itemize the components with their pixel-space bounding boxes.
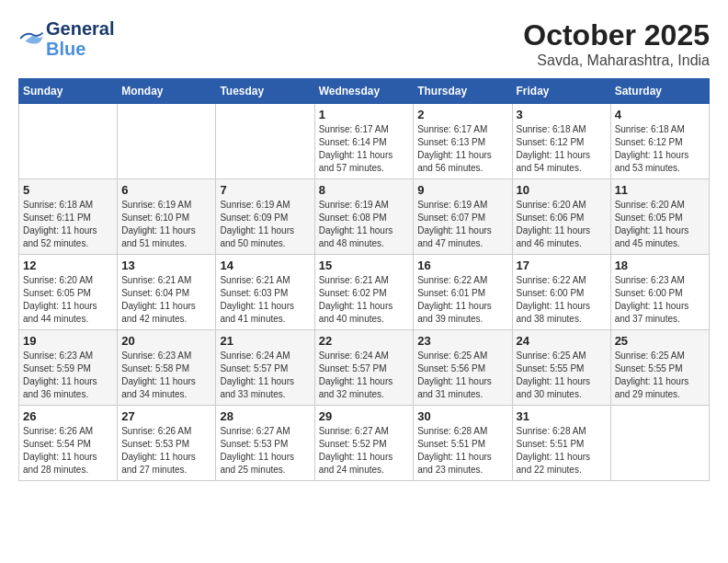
day-info: Sunrise: 6:28 AM Sunset: 5:51 PM Dayligh… <box>517 425 607 477</box>
calendar-cell: 24Sunrise: 6:25 AM Sunset: 5:55 PM Dayli… <box>512 330 610 406</box>
day-info: Sunrise: 6:28 AM Sunset: 5:51 PM Dayligh… <box>417 425 507 477</box>
day-number: 18 <box>615 259 705 272</box>
calendar-cell <box>216 104 314 179</box>
day-number: 3 <box>517 108 607 121</box>
calendar-cell: 21Sunrise: 6:24 AM Sunset: 5:57 PM Dayli… <box>216 330 314 406</box>
day-info: Sunrise: 6:23 AM Sunset: 5:58 PM Dayligh… <box>121 350 211 401</box>
day-number: 4 <box>615 108 705 121</box>
day-info: Sunrise: 6:25 AM Sunset: 5:55 PM Dayligh… <box>517 350 607 401</box>
day-number: 12 <box>23 259 113 272</box>
day-info: Sunrise: 6:19 AM Sunset: 6:07 PM Dayligh… <box>417 199 507 250</box>
day-number: 6 <box>121 183 211 197</box>
day-number: 10 <box>517 183 607 197</box>
day-number: 28 <box>220 409 310 423</box>
day-info: Sunrise: 6:27 AM Sunset: 5:53 PM Dayligh… <box>220 425 310 477</box>
weekday-header: Saturday <box>610 79 709 104</box>
calendar-cell: 19Sunrise: 6:23 AM Sunset: 5:59 PM Dayli… <box>19 330 118 406</box>
day-number: 21 <box>220 334 310 348</box>
logo-icon <box>18 30 46 47</box>
day-number: 8 <box>319 183 410 197</box>
calendar-cell: 15Sunrise: 6:21 AM Sunset: 6:02 PM Dayli… <box>314 255 414 330</box>
calendar-cell: 10Sunrise: 6:20 AM Sunset: 6:06 PM Dayli… <box>512 179 610 255</box>
day-info: Sunrise: 6:17 AM Sunset: 6:13 PM Dayligh… <box>417 123 507 175</box>
day-number: 15 <box>319 259 410 272</box>
day-info: Sunrise: 6:21 AM Sunset: 6:02 PM Dayligh… <box>319 274 410 326</box>
calendar-subtitle: Savda, Maharashtra, India <box>523 52 710 69</box>
calendar-cell: 28Sunrise: 6:27 AM Sunset: 5:53 PM Dayli… <box>216 406 314 481</box>
day-number: 16 <box>417 259 507 272</box>
day-number: 23 <box>417 334 507 348</box>
weekday-header: Wednesday <box>314 79 414 104</box>
day-number: 7 <box>220 183 310 197</box>
calendar-cell: 26Sunrise: 6:26 AM Sunset: 5:54 PM Dayli… <box>19 406 118 481</box>
title-block: October 2025 Savda, Maharashtra, India <box>523 18 710 69</box>
day-number: 17 <box>517 259 607 272</box>
weekday-header: Friday <box>512 79 610 104</box>
day-number: 29 <box>319 409 410 423</box>
calendar-header-row: SundayMondayTuesdayWednesdayThursdayFrid… <box>19 79 710 104</box>
calendar-cell: 9Sunrise: 6:19 AM Sunset: 6:07 PM Daylig… <box>414 179 512 255</box>
logo-text: General Blue <box>46 18 114 59</box>
day-number: 2 <box>417 108 507 121</box>
calendar-cell: 13Sunrise: 6:21 AM Sunset: 6:04 PM Dayli… <box>118 255 216 330</box>
day-number: 24 <box>517 334 607 348</box>
weekday-header: Thursday <box>414 79 512 104</box>
day-info: Sunrise: 6:21 AM Sunset: 6:03 PM Dayligh… <box>220 274 310 326</box>
calendar-week-row: 1Sunrise: 6:17 AM Sunset: 6:14 PM Daylig… <box>19 104 710 179</box>
day-info: Sunrise: 6:19 AM Sunset: 6:10 PM Dayligh… <box>121 199 211 250</box>
day-number: 19 <box>23 334 113 348</box>
calendar-table: SundayMondayTuesdayWednesdayThursdayFrid… <box>18 78 710 481</box>
day-info: Sunrise: 6:26 AM Sunset: 5:54 PM Dayligh… <box>23 425 113 477</box>
weekday-header: Monday <box>118 79 216 104</box>
day-info: Sunrise: 6:23 AM Sunset: 6:00 PM Dayligh… <box>615 274 705 326</box>
day-number: 25 <box>615 334 705 348</box>
calendar-cell: 7Sunrise: 6:19 AM Sunset: 6:09 PM Daylig… <box>216 179 314 255</box>
calendar-week-row: 12Sunrise: 6:20 AM Sunset: 6:05 PM Dayli… <box>19 255 710 330</box>
day-info: Sunrise: 6:18 AM Sunset: 6:11 PM Dayligh… <box>23 199 113 250</box>
calendar-cell: 18Sunrise: 6:23 AM Sunset: 6:00 PM Dayli… <box>610 255 709 330</box>
day-number: 1 <box>319 108 410 121</box>
calendar-cell <box>118 104 216 179</box>
calendar-cell: 5Sunrise: 6:18 AM Sunset: 6:11 PM Daylig… <box>19 179 118 255</box>
calendar-cell <box>610 406 709 481</box>
calendar-cell: 11Sunrise: 6:20 AM Sunset: 6:05 PM Dayli… <box>610 179 709 255</box>
day-number: 9 <box>417 183 507 197</box>
day-number: 5 <box>23 183 113 197</box>
day-info: Sunrise: 6:20 AM Sunset: 6:05 PM Dayligh… <box>615 199 705 250</box>
day-number: 11 <box>615 183 705 197</box>
day-info: Sunrise: 6:22 AM Sunset: 6:00 PM Dayligh… <box>517 274 607 326</box>
calendar-cell: 27Sunrise: 6:26 AM Sunset: 5:53 PM Dayli… <box>118 406 216 481</box>
day-info: Sunrise: 6:24 AM Sunset: 5:57 PM Dayligh… <box>220 350 310 401</box>
calendar-cell: 12Sunrise: 6:20 AM Sunset: 6:05 PM Dayli… <box>19 255 118 330</box>
calendar-cell: 16Sunrise: 6:22 AM Sunset: 6:01 PM Dayli… <box>414 255 512 330</box>
day-info: Sunrise: 6:25 AM Sunset: 5:55 PM Dayligh… <box>615 350 705 401</box>
calendar-cell: 20Sunrise: 6:23 AM Sunset: 5:58 PM Dayli… <box>118 330 216 406</box>
calendar-cell: 6Sunrise: 6:19 AM Sunset: 6:10 PM Daylig… <box>118 179 216 255</box>
calendar-cell: 31Sunrise: 6:28 AM Sunset: 5:51 PM Dayli… <box>512 406 610 481</box>
weekday-header: Sunday <box>19 79 118 104</box>
day-number: 31 <box>517 409 607 423</box>
day-info: Sunrise: 6:18 AM Sunset: 6:12 PM Dayligh… <box>517 123 607 175</box>
calendar-cell: 4Sunrise: 6:18 AM Sunset: 6:12 PM Daylig… <box>610 104 709 179</box>
calendar-cell: 3Sunrise: 6:18 AM Sunset: 6:12 PM Daylig… <box>512 104 610 179</box>
calendar-week-row: 26Sunrise: 6:26 AM Sunset: 5:54 PM Dayli… <box>19 406 710 481</box>
calendar-cell: 8Sunrise: 6:19 AM Sunset: 6:08 PM Daylig… <box>314 179 414 255</box>
calendar-cell: 23Sunrise: 6:25 AM Sunset: 5:56 PM Dayli… <box>414 330 512 406</box>
day-number: 14 <box>220 259 310 272</box>
calendar-cell: 30Sunrise: 6:28 AM Sunset: 5:51 PM Dayli… <box>414 406 512 481</box>
day-info: Sunrise: 6:20 AM Sunset: 6:06 PM Dayligh… <box>517 199 607 250</box>
calendar-cell: 29Sunrise: 6:27 AM Sunset: 5:52 PM Dayli… <box>314 406 414 481</box>
calendar-cell: 25Sunrise: 6:25 AM Sunset: 5:55 PM Dayli… <box>610 330 709 406</box>
calendar-week-row: 19Sunrise: 6:23 AM Sunset: 5:59 PM Dayli… <box>19 330 710 406</box>
calendar-cell <box>19 104 118 179</box>
day-number: 20 <box>121 334 211 348</box>
day-info: Sunrise: 6:19 AM Sunset: 6:09 PM Dayligh… <box>220 199 310 250</box>
calendar-cell: 14Sunrise: 6:21 AM Sunset: 6:03 PM Dayli… <box>216 255 314 330</box>
calendar-cell: 17Sunrise: 6:22 AM Sunset: 6:00 PM Dayli… <box>512 255 610 330</box>
day-info: Sunrise: 6:19 AM Sunset: 6:08 PM Dayligh… <box>319 199 410 250</box>
day-number: 22 <box>319 334 410 348</box>
day-number: 26 <box>23 409 113 423</box>
day-number: 30 <box>417 409 507 423</box>
day-info: Sunrise: 6:22 AM Sunset: 6:01 PM Dayligh… <box>417 274 507 326</box>
day-info: Sunrise: 6:26 AM Sunset: 5:53 PM Dayligh… <box>121 425 211 477</box>
